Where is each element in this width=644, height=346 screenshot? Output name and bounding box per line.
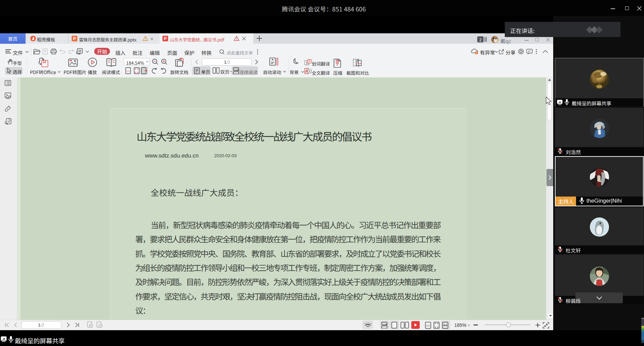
svg-text:文: 文 <box>308 69 311 73</box>
svg-text:W: W <box>8 120 10 123</box>
svg-text:P: P <box>164 36 166 41</box>
svg-text:1:1: 1:1 <box>126 70 130 73</box>
svg-text:W: W <box>78 49 82 53</box>
svg-text:1:1: 1:1 <box>426 324 430 327</box>
svg-text:P: P <box>73 36 76 41</box>
